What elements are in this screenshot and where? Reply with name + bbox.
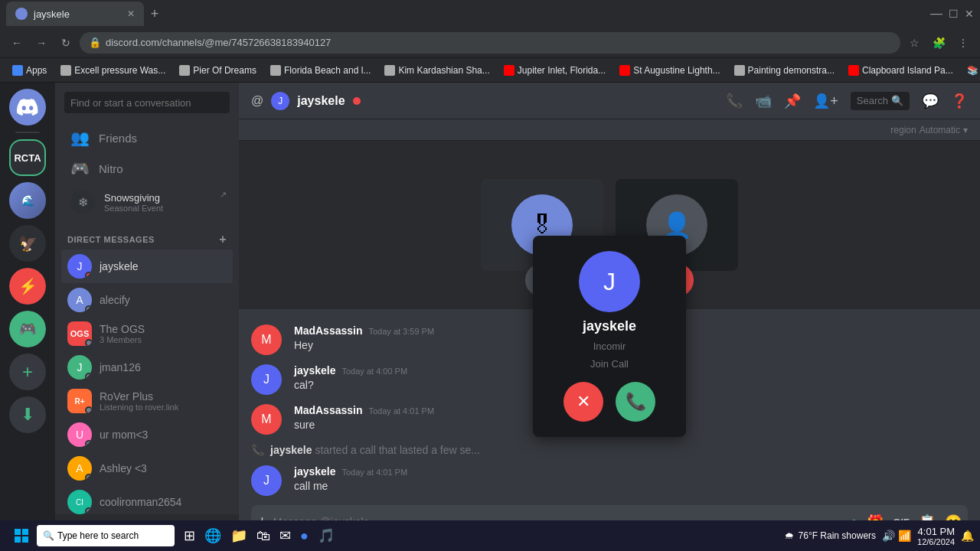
minimize-button[interactable]: — [930,7,942,21]
svg-rect-2 [15,536,21,543]
server-icon-2[interactable]: 🌊 [9,182,46,219]
bookmark-2[interactable]: Pier Of Dreams [173,61,263,80]
dm-search-input[interactable] [64,92,230,113]
header-search[interactable]: Search 🔍 [851,92,910,110]
pin-icon[interactable]: 📌 [784,93,801,109]
svg-rect-0 [15,529,21,535]
add-member-icon[interactable]: 👤+ [813,93,838,109]
bookmark-6[interactable]: St Augustine Lighth... [613,61,726,80]
new-tab-button[interactable]: + [144,3,165,24]
dm-avatar-jayskele: J [67,254,92,279]
taskbar-clock[interactable]: 4:01 PM 12/6/2024 [917,526,955,546]
network-icon[interactable]: 📶 [898,530,911,542]
dm-item-coolironman[interactable]: CI coolironman2654 [61,485,233,514]
decline-call-button[interactable]: ✕ [564,382,603,422]
clapboard-favicon [848,65,859,76]
incoming-caller-avatar: J [579,251,640,312]
dm-sidebar: 👥 Friends 🎮 Nitro ❄ Snowsgiving Seasonal… [55,83,239,551]
server-rcta[interactable]: RCTA [9,139,46,176]
dm-info-jayskele: jayskele [100,260,139,272]
app-container: RCTA 🌊 🦅 ⚡ 🎮 + ⬇ 👥 Friends 🎮 Nitro ❄ [0,83,980,551]
phone-icon[interactable]: 📞 [726,93,743,109]
b3-favicon [270,65,281,76]
taskbar-edge[interactable]: 🌐 [201,524,224,547]
video-icon[interactable]: 📹 [755,93,772,109]
at-sign-icon: @ [251,94,263,108]
snowsgiving-icon: ❄ [70,190,95,214]
forward-button[interactable]: → [31,32,52,54]
tab-close-button[interactable]: ✕ [127,8,135,19]
bookmark-button[interactable]: ☆ [903,32,925,54]
server-icon-5[interactable]: 🎮 [9,311,46,347]
b7-favicon [734,65,745,76]
back-button[interactable]: ← [6,32,28,54]
taskbar-chrome[interactable]: ● [297,525,312,547]
nitro-label: Nitro [99,162,123,175]
bookmark-5[interactable]: Jupiter Inlet, Florida... [498,61,612,80]
nitro-nav-item[interactable]: 🎮 Nitro [61,153,233,184]
chevron-down-icon: ▾ [963,125,968,135]
speaker-icon[interactable]: 🔊 [882,530,895,542]
menu-button[interactable]: ⋮ [952,32,974,54]
main-chat-area: @ J jayskele 📞 📹 📌 👤+ Search 🔍 💬 ❓ regio… [239,83,980,551]
active-tab[interactable]: jayskele ✕ [6,2,144,26]
dm-item-jayskele[interactable]: J jayskele [61,249,233,283]
bookmark-1[interactable]: Excell pressure Was... [54,61,172,80]
snowsgiving-info: Snowsgiving Seasonal Event [104,192,163,213]
bookmarks-bar: Apps Excell pressure Was... Pier Of Drea… [0,58,980,83]
weather-icon: 🌧 [785,530,794,541]
taskbar-mail[interactable]: ✉ [276,524,294,547]
bookmark-3[interactable]: Florida Beach and l... [264,61,377,80]
snowsgiving-event[interactable]: ❄ Snowsgiving Seasonal Event ↗ [61,184,233,220]
bookmark-apps[interactable]: Apps [6,61,53,80]
taskbar-task-view[interactable]: ⊞ [181,524,198,547]
dm-item-roverplus[interactable]: R+ RoVer Plus Listening to rover.link [61,384,233,418]
bookmark-4[interactable]: Kim Kardashian Sha... [378,61,495,80]
b6-favicon [619,65,630,76]
server-icon-4[interactable]: ⚡ [9,268,46,305]
dm-item-ashley[interactable]: A Ashley <3 [61,452,233,485]
dm-status-roverplus [85,406,92,413]
close-button[interactable]: ✕ [965,8,974,20]
friends-icon: 👥 [70,129,90,147]
extensions-button[interactable]: 🧩 [928,32,949,54]
discord-home-icon[interactable] [9,89,46,126]
chat-header-avatar: J [271,92,289,110]
browser-chrome: jayskele ✕ + — ☐ ✕ ← → ↻ 🔒 discord.com/c… [0,0,980,83]
dm-list: J jayskele A alecify OGS [55,249,239,514]
server-icon-3[interactable]: 🦅 [9,225,46,262]
taskbar-icon-6[interactable]: 🎵 [315,524,338,547]
chat-header-status-indicator [353,97,361,105]
accept-call-button[interactable]: 📞 [616,382,655,422]
dm-item-alecify[interactable]: A alecify [61,283,233,317]
dm-avatar-ashley: A [67,456,92,481]
url-bar[interactable]: 🔒 discord.com/channels/@me/7457266381839… [80,32,900,54]
nav-bar: ← → ↻ 🔒 discord.com/channels/@me/7457266… [0,28,980,58]
reading-list[interactable]: 📚 Reading list [961,61,980,80]
b2-favicon [179,65,190,76]
taskbar-file-explorer[interactable]: 📁 [227,524,250,547]
refresh-button[interactable]: ↻ [55,32,77,54]
taskbar-search-box[interactable]: 🔍 Type here to search [37,525,175,546]
add-server-button[interactable]: + [9,354,46,390]
incoming-call-actions: ✕ 📞 [564,382,655,422]
help-icon[interactable]: ❓ [951,93,968,109]
dm-item-theogs[interactable]: OGS The OGS 3 Members [61,317,233,350]
dm-item-urmom[interactable]: U ur mom<3 [61,418,233,452]
msg-avatar-madassassin-2: M [251,404,282,435]
notification-icon[interactable]: 🔔 [961,530,974,542]
bookmark-7[interactable]: Painting demonstra... [728,61,841,80]
taskbar-store[interactable]: 🛍 [253,525,273,547]
add-dm-button[interactable]: + [219,233,227,246]
friends-nav-item[interactable]: 👥 Friends [61,122,233,153]
dm-icon[interactable]: 💬 [922,93,939,109]
svg-rect-3 [22,536,28,543]
maximize-button[interactable]: ☐ [949,8,959,20]
taskbar-search-icon: 🔍 [43,530,54,541]
windows-start-button[interactable] [6,520,37,551]
download-button[interactable]: ⬇ [9,396,46,433]
b4-favicon [384,65,395,76]
dm-item-jman126[interactable]: J jman126 [61,350,233,384]
dm-status-theogs [85,339,92,346]
bookmark-clapboard[interactable]: Clapboard Island Pa... [842,61,959,80]
